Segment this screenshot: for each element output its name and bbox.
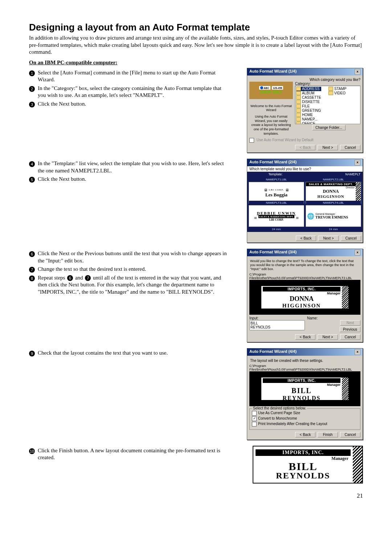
final-label-preview: IMPORTS, INC. Manager BILL REYNOLDS: [253, 446, 363, 483]
thumb-name2: HIGGINSON: [306, 194, 356, 199]
step-9: Check that the layout contains the text …: [38, 350, 229, 357]
back-button: < Back: [295, 145, 315, 150]
cancel-button[interactable]: Cancel: [340, 145, 360, 150]
opt-monochrome-checkbox[interactable]: [252, 416, 257, 421]
thumb-dept: SALES & MARKETING DEPT.: [306, 182, 356, 186]
cancel-button[interactable]: Cancel: [340, 432, 360, 437]
template-label: Template:: [247, 172, 304, 177]
bars-icon: ≡: [296, 215, 299, 221]
back-button[interactable]: < Back: [296, 236, 316, 241]
step-7: Change the text so that the desired text…: [38, 266, 229, 273]
final-name-1: BILL: [256, 461, 351, 472]
name-label: Name:: [307, 316, 360, 320]
step-4: In the "Template:" list view, select the…: [38, 160, 229, 174]
template-thumb-1[interactable]: NAMEPLT1.LBL 🖥 LBI CORP. 🖥 Les Boggia 24…: [249, 182, 304, 204]
cancel-button[interactable]: Cancel: [341, 236, 361, 241]
cat-office[interactable]: OFFICE: [302, 122, 315, 124]
finish-button[interactable]: Finish: [318, 432, 338, 437]
step-3: Click the Next button.: [38, 101, 229, 108]
input-field[interactable]: BILL REYNOLDS: [249, 320, 305, 330]
use-wizard-checkbox[interactable]: [249, 138, 254, 143]
template-grid[interactable]: NAMEPLT1.LBL 🖥 LBI CORP. 🖥 Les Boggia 24…: [248, 181, 362, 228]
step-8-a: Repeat steps: [38, 275, 66, 281]
change-folder-button[interactable]: Change Folder...: [312, 125, 346, 130]
close-icon[interactable]: ×: [355, 250, 360, 256]
template-thumb-3[interactable]: NAMEPLT3.LBL DEBBIE UNWIN ≡ SALES & MARK…: [249, 205, 304, 227]
next-button[interactable]: Next >: [318, 236, 339, 241]
step-marker-2: 2: [29, 86, 35, 92]
wizard-2-question: Which template would you like to use?: [247, 166, 363, 172]
wizard-2-cat: NAMEPLT: [304, 172, 363, 177]
cat-file[interactable]: FILE: [302, 104, 310, 108]
wizard-1-title: Auto Format Wizard (1/4): [249, 69, 297, 75]
globe-icon: 🌐: [306, 213, 315, 220]
opt-monochrome-label: Convert to Monochrome: [258, 416, 297, 420]
step-marker-4: 4: [29, 161, 35, 167]
thumb-size: 24 mm: [249, 228, 304, 231]
hatch-pattern: [353, 446, 362, 483]
inline-step-ref-6: 6: [67, 275, 73, 281]
cat-greeting[interactable]: GREETING: [302, 109, 321, 113]
thumb-caption: NAMEPLT3.LBL: [249, 201, 304, 205]
wizard-1-welcome-body: Using the Auto Format Wizard, you can ea…: [250, 115, 292, 136]
template-thumb-4[interactable]: NAMEPLT4.LBL 🌐 General Manager TREVOR EM…: [306, 205, 361, 227]
banner-text: STAFF ONLY: [260, 90, 282, 94]
wizard-3-desc: Would you like to change the text? To ch…: [249, 258, 360, 272]
wizard-4-preview: IMPORTS, INC. Manager BILL REYNOLDS: [249, 371, 360, 406]
category-label: Category:: [295, 82, 360, 86]
back-button[interactable]: < Back: [295, 432, 315, 437]
thumb-caption: NAMEPLT2.LBL: [306, 177, 361, 181]
cancel-button[interactable]: Cancel: [340, 334, 360, 340]
cat-album[interactable]: ALBUM: [302, 91, 314, 95]
wizard-1-question: Which category would you like?: [249, 78, 360, 82]
options-group: Select the desired options below. Use As…: [249, 408, 360, 430]
preview-line1: DONNA: [263, 295, 340, 303]
template-thumb-2[interactable]: NAMEPLT2.LBL SALES & MARKETING DEPT. Dir…: [306, 182, 361, 204]
close-icon[interactable]: ×: [355, 349, 360, 355]
thumb-person: DEBBIE UNWIN: [249, 211, 304, 215]
page-number: 21: [29, 492, 363, 499]
thumb-name1: DONNA: [306, 189, 356, 194]
wizard-1-welcome-head: Welcome to the Auto Format Wizard: [250, 104, 292, 113]
back-button[interactable]: < Back: [295, 334, 315, 340]
previous-small-button[interactable]: Previous: [340, 327, 360, 332]
cat-address[interactable]: ADDRESS: [302, 87, 319, 91]
bars-icon: ≡: [254, 215, 257, 221]
final-name-2: REYNOLDS: [256, 472, 351, 480]
wizard-3-title: Auto Format Wizard (3/4): [249, 250, 297, 256]
step-marker-10: 10: [29, 448, 35, 454]
opt-page-size-label: Use As Current Page Size: [258, 411, 300, 415]
cat-stamp[interactable]: STAMP: [334, 87, 347, 91]
next-button[interactable]: Next >: [318, 145, 338, 150]
close-icon[interactable]: ×: [355, 69, 360, 75]
category-listbox[interactable]: ADDRESS ALBUM CASSETTE DISKETTE FILE GRE…: [295, 86, 360, 124]
opt-print-checkbox[interactable]: [252, 422, 257, 427]
thumb-role: General Manager: [315, 213, 361, 215]
page-heading: Designing a layout from an Auto Format t…: [29, 22, 363, 33]
preview-line1: BILL: [263, 387, 340, 395]
cat-video[interactable]: VIDEO: [334, 91, 346, 95]
hatch-pattern: [356, 182, 361, 203]
hatch-pattern: [342, 286, 348, 309]
preview-role: Manager: [263, 383, 340, 387]
step-1: Select the [Auto Format] command in the …: [38, 69, 229, 83]
step-2: In the "Category:" box, select the categ…: [38, 85, 229, 99]
preview-dept: IMPORTS, INC.: [263, 378, 340, 383]
hatch-pattern: [342, 378, 348, 400]
wizard-3-preview: IMPORTS, INC. Manager DONNA HIGGINSON: [249, 280, 360, 315]
cat-diskette[interactable]: DISKETTE: [302, 100, 320, 104]
wizard-3-path: C:\Program Files\brother\Ptouch3.0\Forma…: [249, 273, 360, 280]
next-button[interactable]: Next >: [318, 334, 338, 340]
preview-line2: REYNOLDS: [263, 395, 340, 401]
preview-dept: IMPORTS, INC.: [263, 287, 340, 291]
opt-page-size-checkbox[interactable]: [252, 411, 257, 416]
step-marker-8: 8: [29, 276, 35, 281]
wizard-1-banner: ABC123-456 STAFF ONLY: [249, 82, 293, 99]
cat-cassette[interactable]: CASSETTE: [302, 95, 321, 99]
cat-home[interactable]: HOME: [302, 113, 313, 117]
close-icon[interactable]: ×: [355, 160, 360, 166]
thumb-corp: LBI CORP.: [258, 218, 294, 221]
step-10: Click the Finish button. A new layout do…: [38, 447, 229, 461]
step-marker-7: 7: [29, 267, 35, 273]
cat-nameplt[interactable]: NAMEP...: [302, 117, 318, 121]
